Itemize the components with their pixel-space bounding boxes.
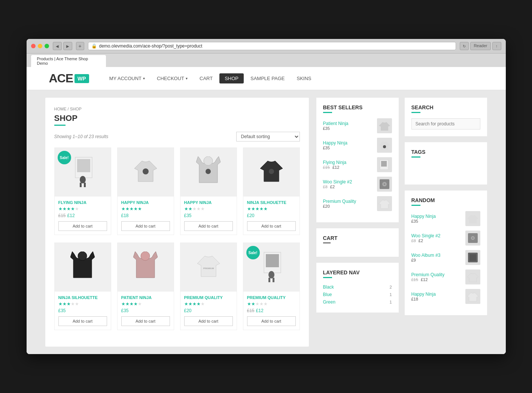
product-info-2: HAPPY NINJA ★★★★★ £18 Add to cart [118,196,174,235]
nav-skins[interactable]: SKINS [292,73,317,83]
search-underline [411,112,420,113]
star-4: ★ [134,301,138,307]
product-name-4: NINJA SILHOUETTE [247,200,296,205]
star-4: ★ [259,301,264,307]
product-patient-ninja[interactable]: PATIENT NINJA ★★★★★ £35 Add to cart [117,243,174,330]
star-5: ★ [201,206,205,211]
nav-checkout[interactable]: CHECKOUT ▾ [152,73,193,83]
star-4: ★ [259,206,264,211]
new-tab-button[interactable]: + [76,42,84,50]
bestseller-thumb-5 [377,196,392,211]
nav-my-account[interactable]: MY ACCOUNT ▾ [104,73,150,83]
bestseller-info-5: Premium Quality £20 [323,199,377,208]
site-header: ACE WP MY ACCOUNT ▾ CHECKOUT ▾ CART SHOP [27,67,506,90]
add-to-cart-6[interactable]: Add to cart [121,316,170,326]
random-name-1[interactable]: Happy Ninja [411,214,465,219]
bestseller-name-2[interactable]: Happy Ninja [323,140,377,146]
star-1: ★ [184,301,188,307]
product-illustration-4 [260,157,283,187]
back-button[interactable]: ◀ [53,42,62,50]
layered-name-blue[interactable]: Blue [323,292,332,297]
forward-button[interactable]: ▶ [63,42,72,50]
add-to-cart-1[interactable]: Add to cart [58,221,107,231]
bestseller-thumb-2 [377,138,392,153]
random-name-4[interactable]: Premium Quality [411,272,465,277]
close-dot[interactable] [31,44,36,48]
search-input[interactable] [411,118,480,130]
product-happy-ninja-1[interactable]: HAPPY NINJA ★★★★★ £18 Add to cart [117,147,174,235]
random-price-3: £9 [411,258,465,262]
add-to-cart-7[interactable]: Add to cart [184,316,233,326]
product-info-6: PATIENT NINJA ★★★★★ £35 Add to cart [118,292,174,330]
star-2: ★ [251,206,255,211]
nav-cart[interactable]: CART [194,73,218,83]
browser-tab[interactable]: Products | Ace Theme Shop Demo [31,55,106,67]
bestseller-2: Happy Ninja £35 [323,138,392,153]
star-3: ★ [130,301,134,307]
layered-item-blue: Blue 1 [323,291,392,298]
product-flying-ninja-1[interactable]: Sale! FLYING NINJA [54,147,111,235]
random-price-5: £18 [411,297,465,301]
layered-count-green: 1 [389,300,392,304]
add-to-cart-2[interactable]: Add to cart [121,221,170,231]
shop-area: HOME / SHOP SHOP Showing 1–10 of 23 resu… [45,98,309,347]
browser-titlebar: ◀ ▶ + 🔒 demo.olevmedia.com/ace-shop/?pos… [27,39,506,54]
product-illustration-6 [133,252,158,283]
random-name-2[interactable]: Woo Single #2 [411,233,465,238]
nav-sample-page[interactable]: SAMPLE PAGE [245,73,290,83]
layered-name-green[interactable]: Green [323,299,335,305]
product-ninja-silhouette-1[interactable]: NINJA SILHOUETTE ★★★★★ £20 Add to cart [243,147,300,235]
site-logo[interactable]: ACE WP [49,71,89,85]
star-2: ★ [188,206,192,211]
reload-button[interactable]: ↻ [460,42,469,50]
product-premium-quality-2[interactable]: Sale! PREMIUM QUALITY [243,243,300,330]
product-ninja-silhouette-2[interactable]: NINJA SILHOUETTE ★★★★★ £35 Add to cart [54,243,111,330]
nav-sample-page-label: SAMPLE PAGE [250,76,285,81]
svg-rect-1 [77,159,90,172]
product-illustration-7: PREMIUM [197,252,220,282]
bestseller-3: Flying Ninja £15 £12 [323,157,392,172]
random-name-3[interactable]: Woo Album #3 [411,253,465,258]
product-stars-6: ★★★★★ [121,301,170,307]
bestseller-name-3[interactable]: Flying Ninja [323,160,377,165]
cart-widget: CART [316,228,399,257]
star-1: ★ [58,206,63,211]
product-stars-3: ★★★★★ [184,206,233,211]
add-to-cart-8[interactable]: Add to cart [247,316,296,326]
address-icon: 🔒 [91,43,97,49]
nav-checkout-arrow: ▾ [186,76,188,80]
bestseller-name-5[interactable]: Premium Quality [323,199,377,204]
bestseller-price-4: £3 £2 [323,185,377,189]
nav-my-account-arrow: ▾ [143,76,145,80]
layered-count-blue: 1 [389,292,392,297]
minimize-dot[interactable] [38,44,42,48]
bestseller-name-1[interactable]: Patient Ninja [323,121,377,126]
add-to-cart-3[interactable]: Add to cart [184,221,233,231]
star-4: ★ [134,206,138,211]
product-illustration-1 [70,155,96,189]
product-premium-quality-1[interactable]: PREMIUM PREMIUM QUALITY ★★★★★ £20 Add t [180,243,237,330]
svg-text:PREMIUM: PREMIUM [203,267,213,269]
random-price-old-4: £15 [411,277,418,282]
price-old-8: £15 [247,308,255,313]
sort-select[interactable]: Default sorting Sort by popularity Sort … [236,132,300,141]
star-1: ★ [121,206,125,211]
nav-shop[interactable]: SHOP [219,73,244,83]
random-name-5[interactable]: Happy Ninja [411,292,465,297]
random-info-1: Happy Ninja £35 [411,214,465,223]
address-bar[interactable]: 🔒 demo.olevmedia.com/ace-shop/?post_type… [88,42,456,50]
bestseller-name-4[interactable]: Woo Single #2 [323,179,377,185]
product-stars-8: ★★★★★ [247,301,296,307]
bestseller-thumb-1 [377,118,392,133]
maximize-dot[interactable] [45,44,49,48]
tags-area [411,163,480,178]
reader-button[interactable]: Reader [470,42,490,50]
layered-name-black[interactable]: Black [323,284,334,290]
share-button[interactable]: ↑ [492,42,501,50]
add-to-cart-5[interactable]: Add to cart [58,316,107,326]
random-info-3: Woo Album #3 £9 [411,253,465,262]
add-to-cart-4[interactable]: Add to cart [247,221,296,231]
svg-point-6 [204,156,213,165]
product-happy-ninja-hoodie[interactable]: HAPPY NINJA ★★★★★ £35 Add to cart [180,147,237,235]
svg-rect-16 [273,278,274,282]
